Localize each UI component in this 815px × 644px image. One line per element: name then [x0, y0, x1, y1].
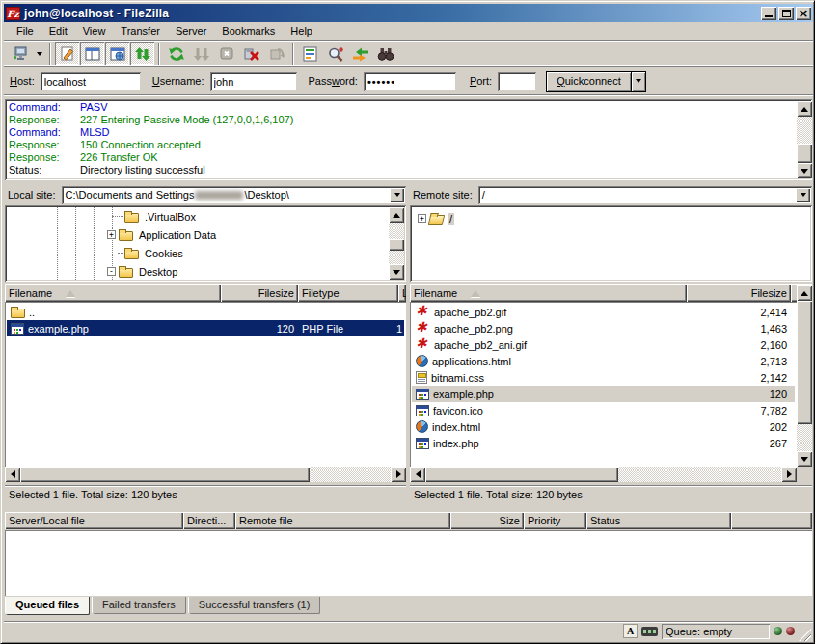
- scroll-up-button[interactable]: [389, 207, 404, 223]
- close-button[interactable]: [796, 7, 811, 20]
- tab-failed-transfers[interactable]: Failed transfers: [92, 597, 186, 614]
- column-header-priority[interactable]: Priority: [524, 512, 586, 529]
- column-header-filesize[interactable]: Filesize: [687, 284, 791, 302]
- minimize-button[interactable]: [761, 7, 776, 20]
- message-log: Command:PASV Response:227 Entering Passi…: [5, 99, 812, 180]
- menu-bookmarks[interactable]: Bookmarks: [214, 23, 283, 39]
- scroll-thumb[interactable]: [425, 467, 618, 482]
- username-input[interactable]: [210, 72, 297, 91]
- file-row-example-php[interactable]: example.php 120: [412, 386, 795, 402]
- tab-successful-transfers[interactable]: Successful transfers (1): [188, 597, 321, 614]
- password-input[interactable]: [364, 72, 456, 91]
- expand-plus-icon[interactable]: +: [418, 214, 426, 223]
- toggle-transfer-queue-button[interactable]: [130, 42, 154, 65]
- file-row-apache-pb2-gif[interactable]: apache_pb2.gif 2,414: [412, 304, 795, 320]
- menu-help[interactable]: Help: [283, 23, 320, 39]
- reconnect-button[interactable]: [264, 42, 288, 65]
- disconnect-button[interactable]: [239, 42, 263, 65]
- find-files-button[interactable]: [373, 42, 397, 65]
- menu-view[interactable]: View: [75, 23, 114, 39]
- file-row-apache-pb2-png[interactable]: apache_pb2.png 1,463: [412, 320, 795, 336]
- pane-splitter[interactable]: [406, 185, 410, 505]
- file-row-example-php[interactable]: example.php 120 PHP File 1: [7, 320, 404, 336]
- remote-site-dropdown-button[interactable]: [796, 188, 810, 202]
- scroll-down-button[interactable]: [797, 451, 812, 467]
- local-list-hscrollbar[interactable]: [5, 467, 406, 482]
- menu-server[interactable]: Server: [168, 23, 214, 39]
- scroll-left-button[interactable]: [410, 467, 425, 482]
- filter-listings-button[interactable]: [298, 42, 322, 65]
- tree-item-application-data[interactable]: + Application Data: [107, 226, 218, 244]
- remote-list-hscrollbar[interactable]: [410, 467, 797, 482]
- column-header-direction[interactable]: Directi...: [183, 512, 235, 529]
- remote-list-scrollbar[interactable]: [797, 285, 812, 467]
- local-site-combo[interactable]: C:\Documents and Settings\Desktop\: [62, 186, 406, 204]
- file-row-parent-dir[interactable]: ..: [7, 304, 404, 320]
- column-header-server-local-file[interactable]: Server/Local file: [5, 512, 183, 529]
- remote-site-combo[interactable]: /: [478, 186, 812, 204]
- tree-item-root[interactable]: + /: [418, 209, 454, 228]
- scroll-thumb[interactable]: [389, 239, 404, 251]
- scroll-right-button[interactable]: [391, 467, 406, 482]
- file-row-index-php[interactable]: index.php 267: [412, 435, 795, 451]
- tree-item-virtualbox[interactable]: .VirtualBox: [124, 207, 198, 226]
- local-tree-scrollbar[interactable]: [389, 207, 404, 280]
- toolbar-separator: [292, 43, 294, 65]
- column-header-size[interactable]: Size: [450, 512, 524, 529]
- menu-edit[interactable]: Edit: [41, 23, 75, 39]
- scroll-thumb[interactable]: [20, 467, 310, 482]
- scroll-down-button[interactable]: [797, 163, 812, 178]
- directory-comparison-button[interactable]: [323, 42, 347, 65]
- folder-icon: [119, 231, 133, 241]
- local-site-dropdown-button[interactable]: [390, 188, 404, 202]
- tree-item-cookies[interactable]: Cookies: [124, 244, 185, 262]
- tab-queued-files[interactable]: Queued files: [5, 597, 90, 615]
- scroll-up-button[interactable]: [797, 285, 812, 301]
- process-queue-button[interactable]: [189, 42, 213, 65]
- refresh-button[interactable]: [164, 42, 188, 65]
- host-input[interactable]: [41, 72, 141, 91]
- file-row-applications-html[interactable]: applications.html 2,713: [412, 353, 795, 369]
- toggle-local-tree-button[interactable]: [80, 42, 104, 65]
- column-header-filesize[interactable]: Filesize: [221, 284, 298, 302]
- menu-file[interactable]: File: [9, 23, 41, 39]
- file-row-favicon-ico[interactable]: favicon.ico 7,782: [412, 402, 795, 418]
- column-header-remote-file[interactable]: Remote file: [235, 512, 450, 529]
- expand-plus-icon[interactable]: +: [107, 230, 116, 239]
- quickconnect-button[interactable]: Quickconnect: [546, 71, 632, 92]
- port-input[interactable]: [498, 72, 536, 91]
- column-header-filename[interactable]: Filename: [410, 284, 687, 302]
- resize-grip[interactable]: [799, 629, 811, 641]
- scroll-left-button[interactable]: [5, 467, 20, 482]
- file-row-bitnami-css[interactable]: bitnami.css 2,142: [412, 369, 795, 386]
- column-header-lastmodified[interactable]: L: [398, 284, 406, 302]
- maximize-button[interactable]: [778, 7, 794, 20]
- log-scrollbar[interactable]: [797, 101, 812, 178]
- site-manager-dropdown-button[interactable]: [33, 42, 45, 65]
- column-header-filetype[interactable]: Filetype: [298, 284, 398, 302]
- log-line: Command:PASV: [9, 101, 795, 114]
- scroll-thumb[interactable]: [797, 144, 812, 163]
- php-file-icon: [416, 438, 429, 449]
- menu-transfer[interactable]: Transfer: [113, 23, 168, 39]
- cancel-operation-button[interactable]: [214, 42, 238, 65]
- scroll-up-button[interactable]: [797, 101, 812, 117]
- toggle-remote-tree-button[interactable]: [105, 42, 129, 65]
- quickconnect-dropdown-button[interactable]: [632, 71, 646, 92]
- arrow-up-icon: [801, 107, 808, 112]
- tree-item-desktop[interactable]: - Desktop: [107, 262, 179, 280]
- scroll-thumb[interactable]: [797, 301, 812, 424]
- column-header-status[interactable]: Status: [586, 512, 731, 529]
- column-header-filename[interactable]: Filename: [5, 284, 221, 302]
- file-row-index-html[interactable]: index.html 202: [412, 418, 795, 435]
- site-manager-button[interactable]: [8, 42, 32, 65]
- apache-image-icon: [416, 306, 430, 318]
- file-row-apache-pb2-ani-gif[interactable]: apache_pb2_ani.gif 2,160: [412, 336, 795, 353]
- collapse-minus-icon[interactable]: -: [107, 267, 116, 276]
- remote-site-label: Remote site:: [410, 189, 478, 201]
- toggle-message-log-button[interactable]: [55, 42, 79, 65]
- synchronized-browsing-button[interactable]: [348, 42, 372, 65]
- log-line: Command:MLSD: [9, 126, 795, 139]
- scroll-down-button[interactable]: [389, 264, 404, 280]
- scroll-right-button[interactable]: [781, 467, 797, 482]
